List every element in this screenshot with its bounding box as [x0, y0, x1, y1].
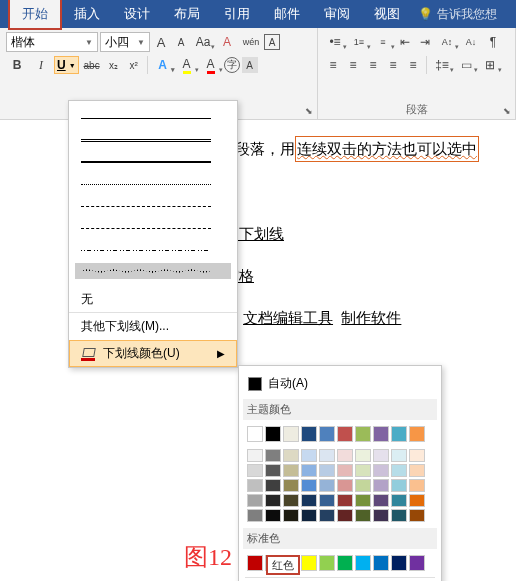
italic-button[interactable]: I — [30, 55, 52, 75]
color-swatch[interactable] — [283, 509, 299, 522]
color-swatch[interactable] — [247, 509, 263, 522]
highlight-button[interactable]: A▾ — [176, 55, 198, 75]
color-swatch[interactable] — [319, 555, 335, 571]
phonetic-button[interactable]: wén — [240, 32, 262, 52]
color-swatch[interactable] — [283, 449, 299, 462]
color-swatch[interactable] — [409, 555, 425, 571]
underline-style-dotted[interactable] — [81, 173, 225, 195]
bullets-button[interactable]: •≡▾ — [324, 32, 346, 52]
color-swatch[interactable] — [265, 479, 281, 492]
line-spacing-button[interactable]: ‡≡▾ — [431, 55, 453, 75]
underline-split-button[interactable]: U▼ — [54, 56, 79, 74]
color-swatch[interactable] — [265, 464, 281, 477]
color-swatch[interactable] — [247, 555, 263, 571]
underline-style-single[interactable] — [81, 107, 225, 129]
color-swatch[interactable] — [283, 426, 299, 442]
color-swatch[interactable] — [391, 479, 407, 492]
color-swatch[interactable] — [301, 479, 317, 492]
color-swatch[interactable] — [337, 426, 353, 442]
color-swatch[interactable] — [355, 464, 371, 477]
color-swatch[interactable] — [409, 479, 425, 492]
color-swatch[interactable] — [301, 494, 317, 507]
color-swatch[interactable] — [355, 426, 371, 442]
underline-style-dotdash[interactable] — [81, 217, 225, 239]
more-underlines[interactable]: 其他下划线(M)... — [69, 312, 237, 340]
underline-style-thick[interactable] — [81, 151, 225, 173]
color-swatch[interactable] — [247, 494, 263, 507]
color-swatch[interactable] — [247, 464, 263, 477]
color-swatch[interactable] — [373, 479, 389, 492]
align-right-button[interactable]: ≡ — [364, 55, 382, 75]
tab-layout[interactable]: 布局 — [162, 0, 212, 28]
color-swatch[interactable] — [355, 509, 371, 522]
tell-me[interactable]: 💡告诉我您想 — [418, 6, 497, 23]
color-swatch[interactable] — [373, 509, 389, 522]
color-swatch[interactable] — [337, 509, 353, 522]
font-dialog-launcher[interactable]: ⬊ — [303, 105, 315, 117]
color-swatch[interactable] — [247, 426, 263, 442]
color-swatch[interactable] — [391, 494, 407, 507]
shrink-font-button[interactable]: A — [172, 32, 190, 52]
font-name-combo[interactable]: 楷体▼ — [6, 32, 98, 52]
color-swatch[interactable] — [247, 479, 263, 492]
font-color-button[interactable]: A▾ — [200, 55, 222, 75]
color-swatch[interactable] — [409, 464, 425, 477]
color-swatch[interactable] — [265, 494, 281, 507]
color-swatch[interactable] — [373, 426, 389, 442]
tab-review[interactable]: 审阅 — [312, 0, 362, 28]
color-swatch[interactable] — [391, 509, 407, 522]
show-marks-button[interactable]: ¶ — [484, 32, 502, 52]
color-swatch[interactable] — [337, 464, 353, 477]
color-swatch[interactable] — [265, 509, 281, 522]
color-swatch[interactable] — [301, 426, 317, 442]
increase-indent-button[interactable]: ⇥ — [416, 32, 434, 52]
bold-button[interactable]: B — [6, 55, 28, 75]
color-swatch[interactable] — [355, 555, 371, 571]
underline-style-dotdotdash[interactable] — [81, 239, 225, 261]
underline-style-double[interactable] — [81, 129, 225, 151]
paragraph-dialog-launcher[interactable]: ⬊ — [501, 105, 513, 117]
color-swatch[interactable] — [265, 449, 281, 462]
color-swatch[interactable] — [337, 555, 353, 571]
text-direction-button[interactable]: A↕▾ — [436, 32, 458, 52]
color-swatch[interactable] — [301, 509, 317, 522]
color-swatch[interactable] — [391, 426, 407, 442]
color-automatic[interactable]: 自动(A) — [245, 372, 435, 395]
underline-color-submenu[interactable]: 下划线颜色(U) ▶ — [69, 340, 237, 367]
color-swatch[interactable] — [355, 494, 371, 507]
distributed-button[interactable]: ≡ — [404, 55, 422, 75]
sort-button[interactable]: A↓ — [460, 32, 482, 52]
color-swatch[interactable] — [409, 449, 425, 462]
tab-view[interactable]: 视图 — [362, 0, 412, 28]
color-swatch[interactable] — [373, 464, 389, 477]
tab-insert[interactable]: 插入 — [62, 0, 112, 28]
color-swatch[interactable] — [373, 494, 389, 507]
color-swatch[interactable] — [409, 494, 425, 507]
color-swatch[interactable] — [301, 464, 317, 477]
color-swatch[interactable] — [319, 479, 335, 492]
underline-style-dashed[interactable] — [81, 195, 225, 217]
color-swatch[interactable] — [301, 555, 317, 571]
color-swatch[interactable] — [283, 494, 299, 507]
color-swatch[interactable] — [283, 464, 299, 477]
multilevel-button[interactable]: ≡▾ — [372, 32, 394, 52]
color-swatch[interactable] — [337, 479, 353, 492]
color-swatch[interactable] — [391, 464, 407, 477]
color-swatch[interactable] — [409, 426, 425, 442]
color-swatch[interactable] — [319, 509, 335, 522]
color-swatch[interactable] — [319, 449, 335, 462]
color-swatch[interactable] — [319, 494, 335, 507]
clear-format-button[interactable]: A — [216, 32, 238, 52]
align-center-button[interactable]: ≡ — [344, 55, 362, 75]
color-swatch[interactable] — [283, 479, 299, 492]
tab-mailings[interactable]: 邮件 — [262, 0, 312, 28]
underline-style-wave[interactable] — [75, 263, 231, 279]
color-swatch[interactable] — [391, 449, 407, 462]
font-size-combo[interactable]: 小四▼ — [100, 32, 150, 52]
color-swatch[interactable] — [355, 449, 371, 462]
tab-design[interactable]: 设计 — [112, 0, 162, 28]
shading-button[interactable]: ▭▾ — [455, 55, 477, 75]
borders-button[interactable]: ⊞▾ — [479, 55, 501, 75]
color-swatch[interactable] — [373, 555, 389, 571]
grow-font-button[interactable]: A — [152, 32, 170, 52]
